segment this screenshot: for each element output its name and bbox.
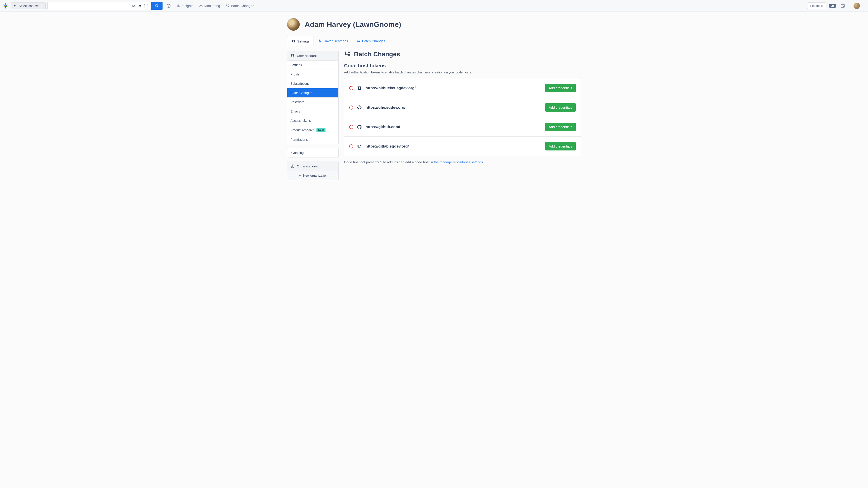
svg-point-6: [357, 40, 358, 40]
insights-icon: [176, 4, 180, 8]
search-bar: Aa .✱ [ ]: [48, 2, 163, 10]
add-credentials-button[interactable]: Add credentials: [545, 142, 576, 151]
extensions-status[interactable]: [829, 4, 836, 8]
bitbucket-icon: [357, 86, 362, 91]
content: Batch Changes Code host tokens Add authe…: [344, 51, 581, 184]
code-host-url: https://bitbucket.sgdev.org/: [366, 86, 541, 90]
sidebar-head-organizations: Organizations: [287, 161, 338, 171]
user-header: Adam Harvey (LawnGnome): [287, 18, 581, 31]
footnote: Code host not present? Site admins can a…: [344, 160, 581, 164]
nav-batch-changes[interactable]: Batch Changes: [224, 2, 256, 9]
sidebar-item-emails[interactable]: Emails: [287, 107, 338, 116]
add-credentials-button[interactable]: Add credentials: [545, 123, 576, 131]
svg-rect-13: [348, 54, 350, 56]
code-host-url: https://gitlab.sgdev.org/: [366, 144, 541, 149]
sidebar-item-subscriptions[interactable]: Subscriptions: [287, 79, 338, 88]
batch-changes-icon: [344, 51, 351, 58]
svg-point-1: [200, 6, 201, 7]
svg-point-10: [292, 55, 293, 56]
profile-tabs: Settings Saved searches Batch Changes: [287, 36, 581, 46]
add-credentials-button[interactable]: Add credentials: [545, 84, 576, 92]
sidebar-group-organizations: Organizations New organization: [287, 161, 339, 180]
sidebar-item-product-research[interactable]: Product research New: [287, 125, 338, 135]
status-missing-icon: [349, 105, 353, 109]
sidebar-head-user-account: User account: [287, 51, 338, 60]
help-icon: [166, 4, 171, 8]
regex-toggle-icon[interactable]: .✱: [138, 4, 141, 8]
sidebar-item-permissions[interactable]: Permissions: [287, 135, 338, 144]
tab-settings[interactable]: Settings: [287, 36, 314, 46]
console-icon: [840, 4, 845, 8]
flag-icon: [13, 4, 17, 8]
status-missing-icon: [349, 144, 353, 149]
search-button[interactable]: [151, 2, 162, 10]
svg-rect-8: [359, 41, 360, 42]
sidebar-item-access-tokens[interactable]: Access tokens: [287, 116, 338, 125]
console-menu[interactable]: [839, 2, 849, 9]
manage-repos-link[interactable]: the manage repositories settings: [434, 160, 483, 164]
cloud-check-icon: [831, 4, 835, 7]
code-host-url: https://ghe.sgdev.org/: [366, 105, 541, 110]
sidebar-group-account: User account Settings Profile Subscripti…: [287, 51, 339, 144]
sidebar-item-batch-changes[interactable]: Batch Changes: [287, 88, 338, 97]
sidebar-item-event-log[interactable]: Event log: [287, 148, 338, 157]
feedback-button[interactable]: Feedback: [807, 2, 827, 9]
status-missing-icon: [349, 125, 353, 129]
sidebar-item-password[interactable]: Password: [287, 97, 338, 107]
status-missing-icon: [349, 86, 353, 90]
tab-saved-searches[interactable]: Saved searches: [314, 36, 352, 46]
content-title: Batch Changes: [344, 51, 581, 58]
new-badge: New: [316, 128, 326, 132]
avatar-large: [287, 18, 300, 31]
search-icon: [155, 4, 159, 8]
account-icon: [290, 54, 294, 58]
context-label: Select context: [19, 4, 39, 8]
tab-batch-changes[interactable]: Batch Changes: [352, 36, 390, 46]
sidebar-item-settings[interactable]: Settings: [287, 60, 338, 70]
plus-icon: [298, 174, 301, 177]
sidebar: User account Settings Profile Subscripti…: [287, 51, 339, 184]
page-title: Adam Harvey (LawnGnome): [305, 20, 401, 29]
code-hosts-list: https://bitbucket.sgdev.org/Add credenti…: [344, 78, 581, 156]
logo-icon[interactable]: [2, 2, 9, 9]
search-input[interactable]: [48, 4, 129, 8]
add-credentials-button[interactable]: Add credentials: [545, 103, 576, 111]
svg-rect-12: [348, 52, 350, 53]
code-host-row: https://ghe.sgdev.org/Add credentials: [344, 98, 581, 117]
chevron-down-icon: [861, 5, 863, 7]
user-menu[interactable]: [852, 1, 865, 10]
context-select[interactable]: Select context: [11, 2, 46, 9]
github-icon: [357, 125, 362, 129]
nav-insights[interactable]: Insights: [175, 2, 195, 9]
nav-monitoring[interactable]: Monitoring: [197, 2, 222, 9]
batch-changes-icon: [356, 39, 360, 43]
code-host-row: https://gitlab.sgdev.org/Add credentials: [344, 136, 581, 156]
svg-rect-3: [228, 4, 229, 5]
chevron-down-icon: [40, 4, 43, 7]
svg-point-2: [226, 4, 227, 5]
svg-rect-7: [359, 40, 360, 40]
building-icon: [290, 164, 294, 168]
bookmark-search-icon: [318, 39, 322, 43]
svg-rect-4: [228, 6, 229, 6]
sidebar-item-profile[interactable]: Profile: [287, 70, 338, 79]
sidebar-item-new-organization[interactable]: New organization: [287, 171, 338, 180]
code-host-url: https://github.com/: [366, 125, 541, 129]
code-host-row: https://github.com/Add credentials: [344, 117, 581, 136]
section-title: Code host tokens: [344, 63, 581, 69]
structural-toggle-icon[interactable]: [ ]: [143, 4, 149, 8]
sidebar-group-event-log: Event log: [287, 148, 339, 158]
github-icon: [357, 105, 362, 110]
avatar-icon: [854, 3, 860, 9]
svg-rect-5: [841, 4, 844, 7]
code-host-row: https://bitbucket.sgdev.org/Add credenti…: [344, 78, 581, 98]
help-button[interactable]: [164, 2, 173, 10]
monitoring-icon: [199, 4, 203, 8]
svg-point-11: [345, 52, 346, 53]
top-nav: Select context Aa .✱ [ ] Insights Monito…: [0, 0, 868, 12]
gitlab-icon: [357, 144, 362, 149]
section-description: Add authentication tokens to enable batc…: [344, 70, 581, 74]
case-toggle-icon[interactable]: Aa: [131, 4, 135, 8]
chevron-down-icon: [845, 5, 848, 7]
gear-icon: [291, 39, 296, 43]
